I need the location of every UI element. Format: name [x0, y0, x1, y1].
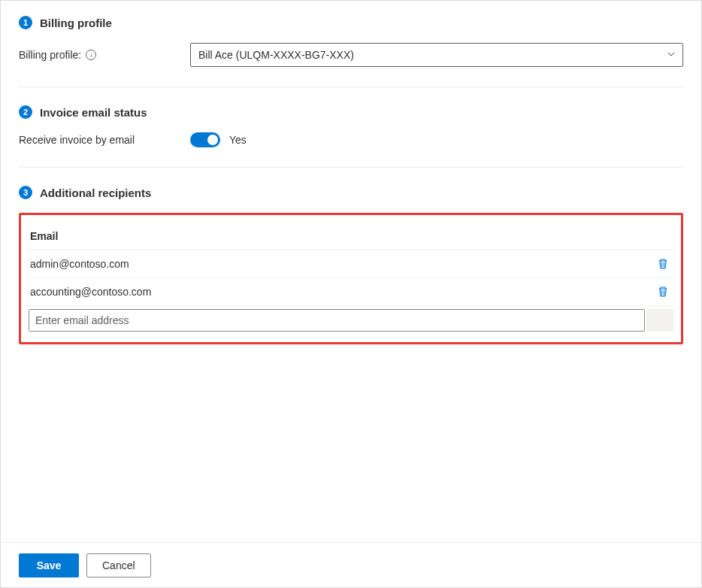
recipients-column-header: Email	[29, 224, 673, 250]
section-invoice-status-header: 2 Invoice email status	[19, 105, 683, 119]
divider	[19, 167, 683, 168]
add-recipient-input[interactable]	[29, 309, 645, 332]
section-billing-profile-header: 1 Billing profile	[19, 16, 683, 29]
toggle-thumb	[207, 135, 218, 145]
divider	[19, 86, 683, 87]
billing-profile-label-text: Billing profile:	[19, 49, 81, 61]
receive-invoice-toggle[interactable]	[190, 132, 220, 147]
input-action-placeholder	[646, 309, 673, 332]
recipient-row: accounting@contoso.com	[29, 278, 673, 306]
step-3-badge: 3	[19, 186, 32, 199]
trash-icon	[657, 286, 669, 298]
billing-profile-select-value: Bill Ace (ULQM-XXXX-BG7-XXX)	[198, 49, 354, 61]
section-additional-recipients-title: Additional recipients	[40, 186, 151, 199]
recipient-email: admin@contoso.com	[30, 258, 129, 270]
receive-invoice-label: Receive invoice by email	[19, 134, 190, 146]
save-button[interactable]: Save	[19, 553, 79, 577]
recipients-highlight-box: Email admin@contoso.com accounting@conto…	[19, 213, 683, 344]
section-invoice-status-title: Invoice email status	[40, 106, 147, 119]
trash-icon	[657, 258, 669, 270]
billing-profile-select[interactable]: Bill Ace (ULQM-XXXX-BG7-XXX)	[190, 43, 683, 67]
recipient-row: admin@contoso.com	[29, 250, 673, 278]
section-additional-recipients-header: 3 Additional recipients	[19, 186, 683, 199]
billing-profile-label: Billing profile: i	[19, 49, 190, 61]
toggle-value-text: Yes	[229, 134, 247, 146]
info-icon[interactable]: i	[86, 50, 96, 60]
footer-bar: Save Cancel	[1, 542, 701, 587]
step-2-badge: 2	[19, 105, 32, 119]
section-billing-profile-title: Billing profile	[40, 17, 112, 29]
cancel-button[interactable]: Cancel	[86, 553, 151, 577]
step-1-badge: 1	[19, 16, 32, 29]
recipient-email: accounting@contoso.com	[30, 286, 151, 298]
delete-recipient-button[interactable]	[655, 284, 670, 299]
delete-recipient-button[interactable]	[655, 256, 670, 271]
